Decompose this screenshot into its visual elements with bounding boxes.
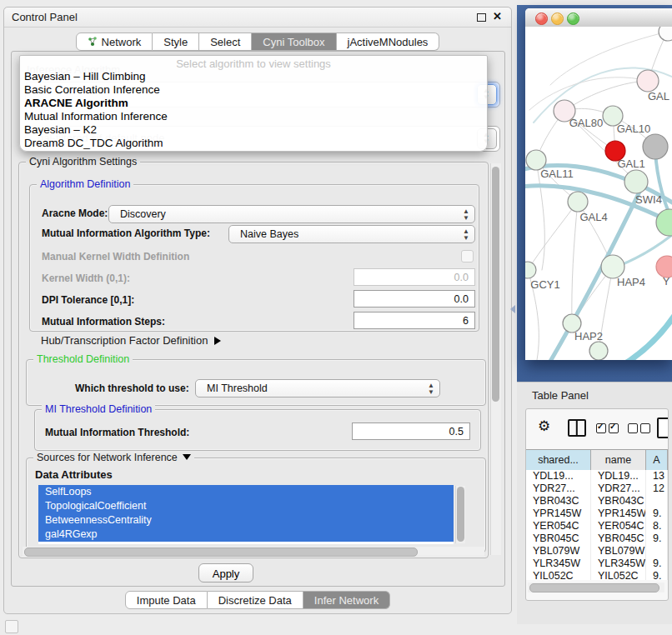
attributes-vscrollbar-thumb[interactable]: [457, 487, 464, 542]
table-cell: 13: [646, 470, 668, 482]
node-label-y: Y: [663, 275, 670, 288]
tab-infer-network[interactable]: Infer Network: [303, 591, 390, 609]
network-node[interactable]: [589, 342, 608, 360]
network-edge[interactable]: [529, 78, 648, 110]
table-cell: YBL079W: [591, 545, 646, 558]
data-attributes-list[interactable]: SelfLoopsTopologicalCoefficientBetweenne…: [38, 485, 454, 544]
attributes-vscrollbar[interactable]: [455, 486, 465, 543]
table-row[interactable]: YER054CYER054C8.: [526, 520, 668, 532]
settings-hscrollbar-thumb[interactable]: [24, 548, 418, 557]
network-window-titlebar[interactable]: [525, 8, 672, 28]
mi-threshold-input[interactable]: [352, 422, 470, 440]
algorithm-option-bayesian-hill-climbing[interactable]: Bayesian – Hill Climbing: [20, 70, 487, 83]
float-window-icon[interactable]: [477, 13, 486, 22]
mi-steps-input[interactable]: [354, 312, 475, 329]
network-edge[interactable]: [572, 202, 578, 323]
network-canvas[interactable]: GALGAL80GAL10GAL1GAL11SWI4GAL4GCY1HAP4YH…: [525, 27, 672, 360]
network-node[interactable]: [601, 255, 624, 278]
network-node[interactable]: [656, 209, 672, 236]
tab-select[interactable]: Select: [199, 32, 252, 51]
table-row[interactable]: YDL19...YDL19...13: [526, 470, 668, 482]
settings-vscrollbar[interactable]: [490, 163, 501, 555]
minimize-button[interactable]: [551, 12, 564, 25]
table-cell: 9.: [646, 508, 668, 520]
attribute-item-selfloops[interactable]: SelfLoops: [38, 485, 454, 499]
attribute-item-topologicalcoefficient[interactable]: TopologicalCoefficient: [38, 499, 454, 513]
manual-kernel-label: Manual Kernel Width Definition: [42, 251, 189, 262]
close-icon[interactable]: ✕: [493, 10, 502, 22]
table-hscrollbar-thumb[interactable]: [529, 583, 659, 592]
zoom-button[interactable]: [567, 12, 579, 25]
which-threshold-select[interactable]: MI Threshold ▲▼: [195, 379, 440, 398]
tab-style[interactable]: Style: [153, 32, 199, 51]
algorithm-option-mutual-information-inference[interactable]: Mutual Information Inference: [20, 110, 487, 123]
algorithm-option-dream8-dc-tdc-algorithm[interactable]: Dream8 DC_TDC Algorithm: [20, 137, 487, 150]
tab-impute-data[interactable]: Impute Data: [125, 591, 208, 609]
table-row[interactable]: YBR043CYBR043C: [526, 495, 668, 508]
table-hscrollbar[interactable]: [528, 582, 664, 592]
attribute-item-gal4rgexp[interactable]: gal4RGexp: [38, 528, 454, 542]
network-node[interactable]: [643, 134, 668, 159]
settings-vscrollbar-thumb[interactable]: [492, 167, 499, 402]
create-table-icon[interactable]: [657, 418, 669, 438]
tab-label: Select: [210, 36, 240, 48]
algorithm-option-aracne-algorithm[interactable]: ARACNE Algorithm: [20, 97, 487, 110]
manual-kernel-checkbox[interactable]: [461, 250, 474, 262]
tab-discretize-data[interactable]: Discretize Data: [208, 591, 303, 609]
apply-button[interactable]: Apply: [198, 563, 253, 582]
column-header-shared[interactable]: shared...: [526, 450, 591, 470]
table-row[interactable]: YLR345WYLR345W9.: [526, 558, 668, 570]
node-label-swi4: SWI4: [635, 193, 662, 206]
mi-threshold-title: MI Threshold Definition: [42, 403, 155, 415]
network-edge[interactable]: [564, 81, 648, 111]
network-node[interactable]: [624, 170, 648, 193]
table-cell: [646, 545, 668, 558]
network-node[interactable]: [637, 70, 659, 92]
network-graph: GALGAL80GAL10GAL1GAL11SWI4GAL4GCY1HAP4YH…: [525, 27, 672, 360]
table-row[interactable]: YDR27...YDR27...12: [526, 482, 668, 495]
settings-hscrollbar[interactable]: [23, 547, 484, 556]
select-all-columns-icon[interactable]: [596, 423, 621, 436]
table-row[interactable]: YPR145WYPR145W9.: [526, 508, 668, 520]
unselect-all-columns-icon[interactable]: [628, 423, 653, 436]
mi-type-value: Naive Bayes: [240, 228, 298, 240]
network-node[interactable]: [525, 262, 536, 278]
settings-gear-icon[interactable]: ⚙: [538, 418, 550, 435]
sources-group: Sources for Network Inference Data Attri…: [26, 458, 486, 552]
table-row[interactable]: YIL052CYIL052C9.: [526, 570, 668, 580]
tab-cyni-toolbox[interactable]: Cyni Toolbox: [252, 32, 336, 51]
network-node[interactable]: [568, 192, 588, 212]
column-header-name[interactable]: name: [591, 450, 646, 470]
algorithm-option-bayesian-k2[interactable]: Bayesian – K2: [20, 123, 487, 137]
table-cell: YBR043C: [526, 495, 591, 508]
dpi-tolerance-input[interactable]: [354, 290, 475, 308]
tab-network[interactable]: Network: [76, 32, 153, 51]
split-divider-arrow-icon[interactable]: [510, 305, 515, 313]
node-label-gcy1: GCY1: [530, 278, 559, 291]
table-cell: 12: [646, 482, 668, 495]
table-cell: [646, 495, 668, 508]
bottom-tab-bar: Impute DataDiscretize DataInfer Network: [4, 591, 511, 609]
algorithm-option-basic-correlation-inference[interactable]: Basic Correlation Inference: [20, 83, 487, 97]
close-button[interactable]: [535, 12, 548, 25]
tab-label: jActiveMNodules: [348, 36, 429, 48]
attribute-item-betweennesscentrality[interactable]: BetweennessCentrality: [38, 513, 454, 528]
kernel-width-input[interactable]: [354, 268, 475, 286]
table-row[interactable]: YBL079WYBL079W: [526, 545, 668, 558]
split-panel-icon[interactable]: [568, 419, 586, 437]
aracne-mode-select[interactable]: Discovery ▲▼: [108, 205, 475, 223]
table-cell: 9.: [646, 532, 668, 545]
table-rows[interactable]: YDL19...YDL19...13YDR27...YDR27...12YBR0…: [526, 470, 668, 580]
tab-jactivemnodules[interactable]: jActiveMNodules: [337, 32, 440, 51]
network-node[interactable]: [659, 27, 672, 41]
collapsed-arrow-icon: [214, 337, 221, 345]
tab-label: Network: [102, 36, 142, 48]
table-row[interactable]: YBR045CYBR045C9.: [526, 532, 668, 545]
minimized-window-icon[interactable]: [5, 620, 18, 633]
stepper-arrows-icon: ▲▼: [428, 382, 434, 396]
hub-definition-toggle[interactable]: Hub/Transcription Factor Definition: [41, 334, 221, 347]
column-header-a[interactable]: A: [646, 450, 668, 470]
mi-algorithm-type-select[interactable]: Naive Bayes ▲▼: [228, 225, 475, 243]
network-edge[interactable]: [528, 202, 578, 270]
table-header[interactable]: shared...nameA: [526, 449, 668, 471]
